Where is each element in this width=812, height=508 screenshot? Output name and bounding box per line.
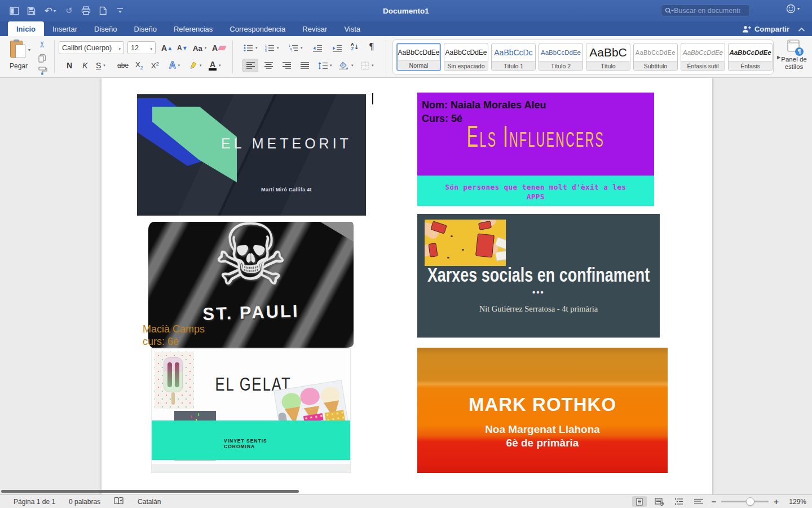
- italic-button[interactable]: K: [78, 59, 92, 72]
- highlight-button[interactable]: [186, 59, 204, 72]
- quick-access-toolbar: ↶ ▾ ↺: [0, 6, 125, 16]
- styles-panel-icon: ¶: [787, 40, 801, 54]
- undo-button[interactable]: ↶ ▾: [43, 6, 58, 16]
- style-chip-subtitulo[interactable]: AaBbCcDdEe Subtítulo: [633, 43, 678, 71]
- xarxes-ellipsis: •••: [417, 287, 660, 297]
- tab-insertar[interactable]: Insertar: [44, 21, 86, 36]
- borders-button[interactable]: [359, 59, 376, 72]
- align-left-icon: [246, 62, 255, 69]
- style-chip-sin-espaciado[interactable]: AaBbCcDdEe Sin espaciado: [444, 43, 488, 71]
- tab-diseno[interactable]: Diseño: [86, 21, 125, 36]
- shrink-font-button[interactable]: A▼: [175, 41, 189, 55]
- search-input[interactable]: [674, 7, 740, 15]
- page-count[interactable]: Página 1 de 1: [0, 498, 62, 506]
- horizontal-scrollbar[interactable]: [1, 490, 299, 493]
- slide-image-mark-rothko[interactable]: MARK ROTHKO Noa Margenat Llahona 6è de p…: [417, 348, 668, 473]
- justify-button[interactable]: [297, 59, 312, 72]
- gelat-bottom-strip: [152, 464, 350, 473]
- outline-view-button[interactable]: [672, 496, 686, 507]
- word-count[interactable]: 0 palabras: [62, 498, 107, 506]
- undo-caret-icon[interactable]: ▾: [54, 8, 56, 14]
- subscript-button[interactable]: X2: [133, 59, 145, 72]
- status-bar: Página 1 de 1 0 palabras Catalán − + 129…: [0, 494, 812, 508]
- style-chip-titulo-1[interactable]: AaBbCcDc Título 1: [491, 43, 536, 71]
- smiley-icon: [786, 4, 796, 14]
- multilevel-list-button[interactable]: 1ai: [286, 41, 305, 55]
- document-canvas[interactable]: EL METEORIT Martí Miró Gallifa 4t Nom: N…: [0, 78, 812, 494]
- strikethrough-button[interactable]: abe: [115, 59, 131, 72]
- bold-button[interactable]: N: [62, 59, 77, 72]
- zoom-out-button[interactable]: −: [711, 497, 716, 506]
- text-effects-button[interactable]: A: [167, 59, 182, 72]
- style-chip-enfasis-sutil[interactable]: AaBbCcDdEe Énfasis sutil: [681, 43, 725, 71]
- align-center-button[interactable]: [261, 59, 276, 72]
- tab-referencias[interactable]: Referencias: [165, 21, 221, 36]
- change-case-button[interactable]: Aa: [191, 41, 209, 55]
- slide-image-el-gelat[interactable]: EL GELAT VINYET SENTIS COROMINA: [151, 348, 351, 473]
- ribbon: ▾ Pegar ✂ Calibri (Cuerpo) 12 A▲ A▼ Aa A…: [0, 36, 812, 78]
- align-right-icon: [283, 62, 291, 69]
- print-icon[interactable]: [81, 6, 91, 16]
- save-icon[interactable]: [26, 6, 37, 16]
- underline-button[interactable]: S: [94, 59, 108, 72]
- font-name-combo[interactable]: Calibri (Cuerpo): [59, 41, 124, 54]
- sidebar-panel-icon[interactable]: [9, 6, 20, 16]
- spellcheck-book-icon[interactable]: [107, 497, 131, 506]
- tab-revisar[interactable]: Revisar: [294, 21, 336, 36]
- align-left-button[interactable]: [242, 59, 258, 72]
- web-layout-view-button[interactable]: [652, 496, 667, 507]
- align-right-button[interactable]: [279, 59, 294, 72]
- bullets-button[interactable]: [241, 41, 260, 55]
- stpauli-name-course: Macià Camps curs: 6è: [143, 323, 205, 348]
- titlebar: ↶ ▾ ↺ Documento1 ▾: [0, 0, 812, 21]
- tab-inicio[interactable]: Inicio: [8, 21, 44, 36]
- grow-font-button[interactable]: A▲: [159, 41, 174, 55]
- styles-panel-button[interactable]: ¶ Panel de estilos: [779, 40, 809, 71]
- zoom-slider-thumb[interactable]: [746, 497, 754, 506]
- text-cursor: [372, 93, 373, 104]
- shading-button[interactable]: [336, 59, 356, 72]
- font-size-combo[interactable]: 12: [127, 41, 156, 54]
- language-indicator[interactable]: Catalán: [131, 498, 167, 506]
- new-document-icon[interactable]: [98, 6, 108, 16]
- copy-icon[interactable]: [38, 54, 46, 63]
- feedback-smiley-button[interactable]: ▾: [786, 4, 800, 14]
- slide-image-els-influencers[interactable]: Nom: Naiala Morales Aleu Curs: 5é Els In…: [417, 93, 654, 206]
- format-painter-icon[interactable]: [38, 67, 47, 75]
- clear-formatting-button[interactable]: A: [210, 41, 228, 55]
- print-layout-view-button[interactable]: [632, 496, 647, 507]
- paste-button[interactable]: ▾ Pegar: [6, 40, 32, 70]
- collapse-ribbon-icon[interactable]: [798, 24, 805, 34]
- share-button[interactable]: Compartir: [742, 21, 789, 36]
- superscript-button[interactable]: X2: [149, 59, 161, 72]
- search-box[interactable]: [661, 5, 750, 16]
- meteorit-title: EL METEORIT: [216, 135, 357, 152]
- redo-button[interactable]: ↺: [64, 6, 74, 16]
- decrease-indent-icon: [312, 45, 323, 52]
- tab-vista[interactable]: Vista: [336, 21, 369, 36]
- cut-icon[interactable]: ✂: [37, 41, 47, 48]
- style-chip-titulo[interactable]: AaBbC Título: [586, 43, 630, 71]
- skull-crossbones-icon: ☠: [148, 222, 354, 297]
- slide-image-xarxes-socials[interactable]: Xarxes socials en confinament ••• Nit Gu…: [417, 214, 660, 338]
- style-chip-titulo-2[interactable]: AaBbCcDdEe Título 2: [539, 43, 583, 71]
- zoom-slider[interactable]: [721, 501, 769, 502]
- multilevel-list-icon: 1ai: [289, 44, 298, 52]
- tab-correspondencia[interactable]: Correspondencia: [221, 21, 294, 36]
- font-name-value: Calibri (Cuerpo): [62, 44, 112, 52]
- draft-view-button[interactable]: [691, 496, 706, 507]
- zoom-percentage[interactable]: 129%: [784, 498, 806, 506]
- line-spacing-button[interactable]: [316, 59, 334, 72]
- zoom-in-button[interactable]: +: [774, 497, 779, 506]
- style-chip-enfasis[interactable]: AaBbCcDdEe Énfasis: [728, 43, 773, 71]
- numbering-button[interactable]: 123: [263, 41, 281, 55]
- tab-diseno-2[interactable]: Diseño: [126, 21, 165, 36]
- slide-image-el-meteorit[interactable]: EL METEORIT Martí Miró Gallifa 4t: [137, 94, 366, 216]
- toolbar-options-icon[interactable]: [114, 6, 125, 16]
- decrease-indent-button[interactable]: [310, 41, 325, 55]
- sort-button[interactable]: AZ ↓: [348, 40, 361, 54]
- increase-indent-button[interactable]: [330, 41, 345, 55]
- style-chip-normal[interactable]: AaBbCcDdEe Normal: [396, 43, 441, 71]
- font-color-button[interactable]: A: [206, 59, 223, 72]
- show-paragraph-marks-button[interactable]: ¶: [367, 40, 377, 54]
